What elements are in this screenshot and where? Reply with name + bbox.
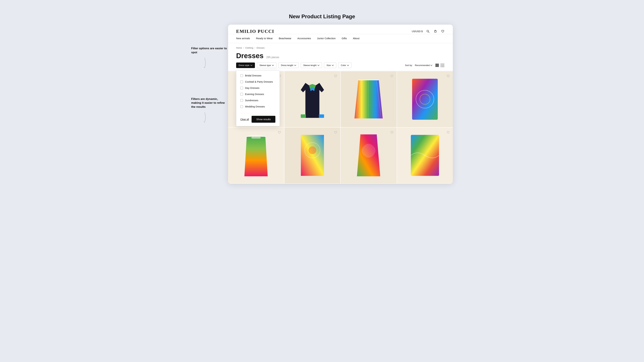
view-grid-3[interactable] — [440, 63, 445, 67]
product-card-4[interactable] — [397, 71, 453, 127]
checkbox-evening[interactable] — [240, 93, 243, 95]
wishlist-btn-8[interactable] — [446, 130, 450, 135]
option-sundresses[interactable]: Sundresses — [240, 97, 276, 103]
category-title: Dresses — [236, 52, 264, 60]
annotation-filter-spot: Filter options are easier to spot — [191, 46, 228, 70]
view-toggle — [435, 63, 445, 67]
option-cocktail-party[interactable]: Cocktail & Party Dresses — [240, 79, 276, 85]
filter-dress-style-label: Dress style — [239, 64, 250, 66]
filter-dress-length-label: Dress lenght — [281, 64, 293, 66]
nav-accessories[interactable]: Accessories — [297, 37, 311, 40]
product-card-3[interactable] — [340, 71, 397, 127]
filter-sleeve-length-label: Sleeve lenght — [303, 64, 316, 66]
currency-selector[interactable]: US/USD $ — [412, 30, 422, 33]
logo[interactable]: EMILIO PUCCI — [236, 29, 274, 34]
option-wedding-dresses[interactable]: Wedding Dresses — [240, 103, 276, 110]
breadcrumb: Home / Clothing / Dresses — [228, 43, 453, 49]
dropdown-actions: Clear all Show results — [240, 113, 276, 123]
svg-rect-11 — [252, 137, 261, 139]
filter-dress-style[interactable]: Dress style — [236, 62, 255, 68]
checkbox-wedding[interactable] — [240, 105, 243, 108]
nav-gifts[interactable]: Gifts — [342, 37, 347, 40]
filter-dress-length[interactable]: Dress lenght — [278, 62, 299, 68]
nav-bar: New arrivals Ready to Wear Beachwear Acc… — [228, 34, 453, 43]
sort-select[interactable]: Recommended — [415, 64, 432, 66]
svg-point-13 — [308, 146, 316, 154]
nav-beachwear[interactable]: Beachwear — [279, 37, 291, 40]
page-title: New Product Listing Page — [289, 13, 355, 19]
product-card-5[interactable] — [228, 128, 284, 184]
filter-sleeve-length[interactable]: Sleeve lenght — [301, 62, 322, 68]
view-grid-4[interactable] — [435, 63, 440, 67]
checkbox-cocktail[interactable] — [240, 80, 243, 83]
site-header: EMILIO PUCCI US/USD $ — [228, 25, 453, 34]
breadcrumb-clothing[interactable]: Clothing — [245, 46, 253, 49]
wishlist-btn-6[interactable] — [333, 130, 338, 135]
filter-size-label: Size — [326, 64, 331, 66]
filter-color-label: Color — [341, 64, 346, 66]
svg-point-0 — [427, 30, 429, 32]
filter-color[interactable]: Color — [338, 62, 352, 68]
nav-new-arrivals[interactable]: New arrivals — [236, 37, 250, 40]
nav-about[interactable]: About — [353, 37, 360, 40]
breadcrumb-home[interactable]: Home — [236, 46, 242, 49]
product-card-6[interactable] — [284, 128, 340, 184]
bag-icon[interactable] — [433, 29, 438, 33]
option-evening-dresses[interactable]: Evening Dresses — [240, 91, 276, 97]
wishlist-btn-4[interactable] — [446, 73, 450, 78]
checkbox-sundresses[interactable] — [240, 99, 243, 102]
filter-size[interactable]: Size — [324, 62, 336, 68]
wishlist-btn-3[interactable] — [390, 73, 394, 78]
option-day-dresses[interactable]: Day Dresses — [240, 85, 276, 91]
sort-area: Sort by: Recommended — [405, 63, 445, 67]
wishlist-btn-7[interactable] — [390, 130, 394, 135]
category-header: Dresses 285 pieces — [228, 49, 453, 60]
svg-rect-3 — [301, 114, 306, 118]
category-count: 285 pieces — [266, 56, 279, 59]
svg-rect-4 — [319, 114, 324, 118]
nav-ready-to-wear[interactable]: Ready to Wear — [256, 37, 273, 40]
annotation-dynamic-filters: Filters are dynamic, making it easier to… — [191, 97, 228, 125]
clear-all-button[interactable]: Clear all — [240, 118, 249, 121]
checkbox-day[interactable] — [240, 87, 243, 89]
option-bridal-dresses[interactable]: Bridal Dresses — [240, 74, 276, 79]
product-card-2[interactable] — [284, 71, 340, 127]
filter-sleeve-type-label: Sleeve type — [260, 64, 271, 66]
product-card-7[interactable] — [340, 128, 397, 184]
breadcrumb-dresses[interactable]: Dresses — [256, 46, 265, 49]
sort-label: Sort by: — [405, 64, 412, 66]
show-results-button[interactable]: Show results — [252, 116, 276, 123]
nav-junior-collection[interactable]: Junior Collection — [317, 37, 336, 40]
header-right: US/USD $ — [412, 29, 445, 33]
search-icon[interactable] — [426, 29, 430, 33]
filter-sleeve-type[interactable]: Sleeve type — [257, 62, 276, 68]
product-card-8[interactable] — [397, 128, 453, 184]
checkbox-bridal[interactable] — [240, 74, 243, 77]
wishlist-btn-2[interactable] — [333, 73, 338, 78]
wishlist-btn-5[interactable] — [277, 130, 282, 135]
filter-bar: Dress style Sleeve type Dress lenght — [228, 60, 453, 71]
wishlist-header-icon[interactable] — [441, 29, 445, 33]
dress-style-dropdown: Bridal Dresses Cocktail & Party Dresses … — [236, 70, 280, 126]
